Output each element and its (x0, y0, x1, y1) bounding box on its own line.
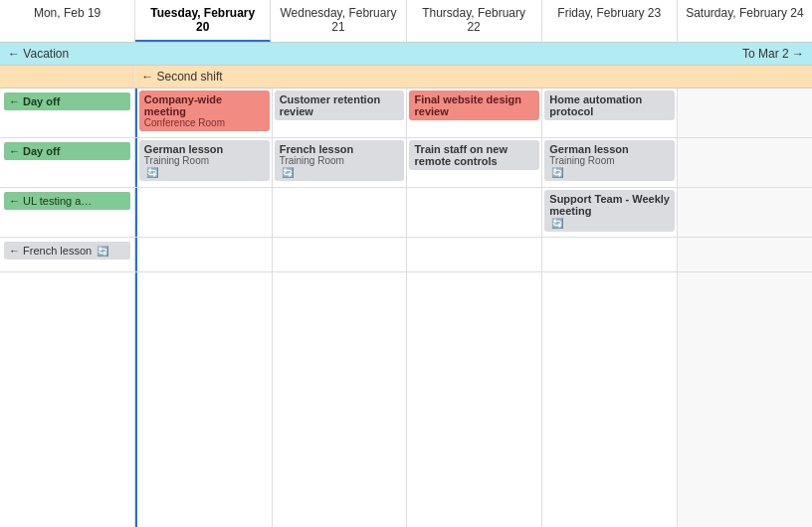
tue-german-lesson-subtitle: Training Room (144, 155, 265, 166)
tue-event-cell-3 (135, 188, 273, 237)
wed-event-cell-4 (273, 238, 408, 271)
thu-event-cell-4 (407, 238, 542, 271)
sat-event-cell (678, 88, 812, 137)
mon-french-lesson-event[interactable]: ← French lesson 🔄 (4, 242, 130, 260)
company-meeting-title: Company-wide meeting (144, 93, 265, 117)
thu-train-staff-event[interactable]: Train staff on new remote controls (409, 140, 539, 170)
customer-retention-event[interactable]: Customer retention review (275, 90, 405, 120)
mon-time-col (0, 272, 135, 527)
vacation-end-label: To Mar 2 (742, 47, 804, 61)
events-row-4: ← French lesson 🔄 (0, 238, 812, 272)
sat-time-col (678, 272, 812, 527)
support-weekly-event[interactable]: Support Team - Weekly meeting 🔄 (544, 190, 675, 232)
header-thu: Thursday, February 22 (407, 0, 542, 42)
wed-time-col (273, 272, 408, 527)
header-sat: Saturday, February 24 (678, 0, 812, 42)
wed-french-lesson-event[interactable]: French lesson Training Room 🔄 (275, 140, 405, 181)
recur-icon-tue: 🔄 (146, 167, 158, 178)
mon-event-cell-4: ← French lesson 🔄 (0, 238, 135, 271)
fri-german-lesson-event[interactable]: German lesson Training Room 🔄 (544, 140, 675, 181)
fri-german-lesson-title: German lesson (549, 143, 670, 155)
thu-event-cell-3 (407, 188, 542, 237)
mon-dayoff2[interactable]: Day off (4, 142, 130, 160)
secondshift-row: Second shift (0, 66, 812, 88)
thu-event-cell: Final website design review (407, 88, 542, 137)
fri-time-col (542, 272, 678, 527)
website-design-event[interactable]: Final website design review (409, 90, 539, 120)
header-row: Mon, Feb 19 Tuesday, February 20 Wednesd… (0, 0, 812, 43)
recur-icon-fri: 🔄 (551, 167, 563, 178)
website-design-title: Final website design review (414, 93, 534, 117)
wed-event-cell-3 (273, 188, 408, 237)
tue-german-lesson-title: German lesson (144, 143, 265, 155)
thu-train-staff-title: Train staff on new remote controls (414, 143, 534, 167)
events-row-1: Day off Company-wide meeting Conference … (0, 88, 812, 138)
thu-lesson-cell: Train staff on new remote controls (407, 138, 542, 187)
mon-event-cell-2: Day off (0, 138, 135, 187)
vacation-label: Vacation (8, 47, 69, 61)
recur-icon-mon-french: 🔄 (97, 246, 108, 257)
home-automation-event[interactable]: Home automation protocol (544, 90, 675, 120)
tue-german-lesson-event[interactable]: German lesson Training Room 🔄 (139, 140, 270, 181)
fri-lesson-cell: German lesson Training Room 🔄 (542, 138, 678, 187)
wed-french-lesson-subtitle: Training Room (280, 155, 400, 166)
mon-event-cell: Day off (0, 88, 135, 137)
support-weekly-title: Support Team - Weekly meeting (549, 193, 670, 217)
header-tue: Tuesday, February 20 (135, 0, 271, 42)
wed-lesson-cell: French lesson Training Room 🔄 (273, 138, 408, 187)
tue-time-col (135, 272, 273, 527)
header-wed: Wednesday, February 21 (271, 0, 406, 42)
customer-retention-title: Customer retention review (280, 93, 400, 117)
thu-time-col (407, 272, 542, 527)
events-row-3: ← UL testing a… Support Team - Weekly me… (0, 188, 812, 238)
vacation-row: Vacation To Mar 2 (0, 43, 812, 66)
secondshift-banner[interactable]: Second shift (133, 66, 812, 88)
sat-event-cell-3 (678, 188, 812, 237)
home-automation-title: Home automation protocol (549, 93, 670, 117)
time-area (0, 272, 812, 527)
calendar-container: Mon, Feb 19 Tuesday, February 20 Wednesd… (0, 0, 812, 527)
company-meeting-event[interactable]: Company-wide meeting Conference Room (139, 90, 270, 131)
company-meeting-subtitle: Conference Room (144, 117, 265, 128)
fri-support-cell: Support Team - Weekly meeting 🔄 (542, 188, 678, 237)
events-row-2: Day off German lesson Training Room 🔄 Fr… (0, 138, 812, 188)
tue-event-cell-4 (135, 238, 273, 271)
fri-german-lesson-subtitle: Training Room (549, 155, 670, 166)
sat-lesson-cell (678, 138, 812, 187)
sat-event-cell-4 (678, 238, 812, 271)
fri-event-cell: Home automation protocol (542, 88, 678, 137)
vacation-banner[interactable]: Vacation To Mar 2 (0, 43, 812, 65)
wed-event-cell: Customer retention review (273, 88, 408, 137)
fri-event-cell-4 (542, 238, 678, 271)
tue-lesson-cell: German lesson Training Room 🔄 (135, 138, 273, 187)
tue-event-cell: Company-wide meeting Conference Room (135, 88, 273, 137)
mon-event-cell-3: ← UL testing a… (0, 188, 135, 237)
ul-testing-event[interactable]: ← UL testing a… (4, 192, 130, 210)
recur-icon-wed: 🔄 (282, 167, 294, 178)
wed-french-lesson-title: French lesson (280, 143, 400, 155)
header-mon: Mon, Feb 19 (0, 0, 135, 42)
header-fri: Friday, February 23 (542, 0, 678, 42)
mon-dayoff1[interactable]: Day off (4, 92, 130, 110)
recur-icon-support: 🔄 (551, 218, 563, 229)
